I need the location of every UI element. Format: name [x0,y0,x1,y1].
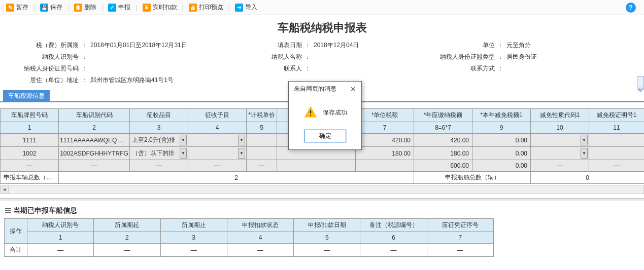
ok-button[interactable]: 确定 [304,130,346,142]
message-dialog: 来自网页的消息 ✕ 保存成功 确定 [288,81,362,150]
contact-label: 联系人 [244,64,304,73]
period-value: 2018年01月01日至2018年12月31日 [90,41,187,50]
list-icon [5,208,11,213]
dropdown-button[interactable]: ▼ [238,148,245,159]
filldate-label: 填表日期 [244,41,304,50]
section-divider [0,198,644,201]
phone-label: 联系方式 [436,64,497,73]
dropdown-button[interactable]: ▼ [581,135,588,145]
stash-icon: ✎ [6,4,14,12]
side-tab[interactable]: 帮 [637,76,644,90]
unit-value: 元至角分 [506,41,531,50]
unit-label: 单位 [436,41,497,50]
delete-button[interactable]: 🗑删除 [72,2,98,13]
section-header-declared: 当期已申报车船信息 [0,203,644,218]
save-button[interactable]: 💾保存 [38,2,64,13]
warning-icon [303,105,318,120]
taxpayer-id-label: 纳税人识别号 [20,53,81,61]
dialog-message: 保存成功 [323,108,347,117]
deduct-icon: ¥ [143,4,151,12]
scroll-left-icon[interactable]: ◄ [1,185,9,194]
address-label: 居住（单位）地址 [20,76,81,85]
svg-rect-1 [310,115,311,116]
declare-icon: ✓ [108,4,116,12]
period-label: 税（费）所属期 [20,41,81,50]
idtype-value: 居民身份证 [506,53,537,61]
table-total-row: 合计 ——————— [5,244,494,257]
address-value: 郑州市管城区东明路南41号1号 [90,76,174,85]
dropdown-button[interactable]: ▼ [180,135,187,145]
dropdown-button[interactable]: ▼ [581,148,588,159]
svg-rect-0 [310,110,311,113]
horizontal-scrollbar[interactable]: ◄ [0,185,644,194]
idtype-label: 纳税人身份证照类型 [436,53,497,61]
taxpayer-name-label: 纳税人名称 [244,53,304,61]
realtime-deduct-button[interactable]: ¥实时扣款 [141,2,179,13]
print-preview-button[interactable]: 🖨打印预览 [187,2,225,13]
dropdown-button[interactable]: ▼ [180,148,187,159]
table-index-row: 1234567 [5,232,494,244]
toolbar: ✎暂存 | 💾保存 | 🗑删除 | ✓申报 | ¥实时扣款 | 🖨打印预览 | … [0,0,644,15]
section-tag-tax-source[interactable]: 车船税源信息 [3,90,50,102]
import-icon: ⇥ [235,4,243,12]
page-title: 车船税纳税申报表 [0,15,644,40]
declared-table: 操作 纳税人识别号所属期起所属期止申报扣款状态申报/扣款日期备注（税源编号）应征… [4,218,494,257]
delete-icon: 🗑 [74,4,82,12]
table-header-row: 操作 纳税人识别号所属期起所属期止申报扣款状态申报/扣款日期备注（税源编号）应征… [5,219,494,232]
dropdown-button[interactable]: ▼ [238,135,245,145]
save-icon: 💾 [40,4,48,12]
help-button[interactable]: ? [626,3,636,13]
stash-button[interactable]: ✎暂存 [4,2,30,13]
import-button[interactable]: ⇥导入 [233,2,259,13]
close-icon[interactable]: ✕ [350,85,356,93]
idno-label: 纳税人身份证照号码 [20,64,81,73]
print-icon: 🖨 [189,4,197,12]
dialog-title: 来自网页的消息 [294,85,336,93]
declare-button[interactable]: ✓申报 [106,2,132,13]
filldate-value: 2018年12月04日 [314,41,359,50]
table-footer-row: 申报车辆总数（辆） 2 申报船舶总数（辆） 0 [1,172,645,184]
table-sum-row: ————— 600.00 0.00 —— [1,160,645,172]
